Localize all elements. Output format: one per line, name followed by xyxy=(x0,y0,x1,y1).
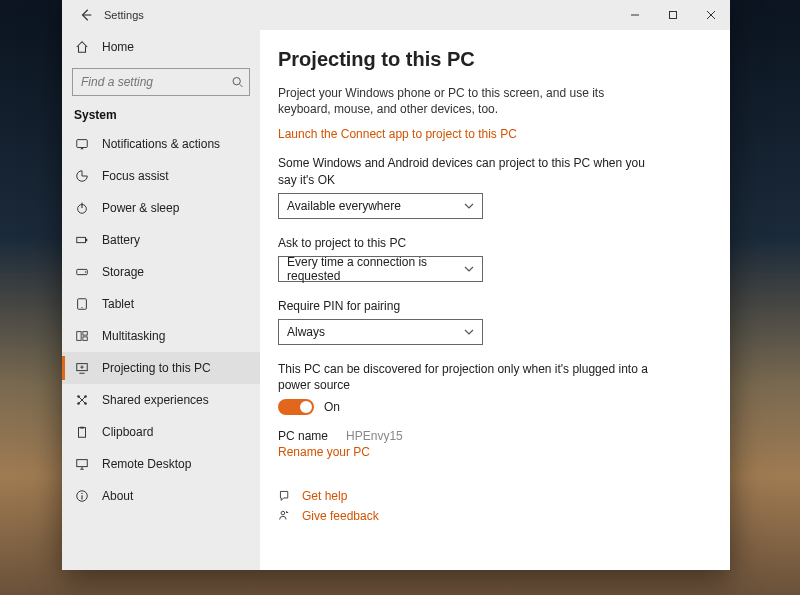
sidebar-item-storage[interactable]: Storage xyxy=(62,256,260,288)
svg-point-9 xyxy=(81,307,82,308)
sidebar-item-label: Multitasking xyxy=(102,329,165,343)
give-feedback-label: Give feedback xyxy=(302,509,379,523)
availability-dropdown[interactable]: Available everywhere xyxy=(278,193,483,219)
svg-rect-20 xyxy=(77,460,88,467)
sidebar-item-focus-assist[interactable]: Focus assist xyxy=(62,160,260,192)
ask-dropdown[interactable]: Every time a connection is requested xyxy=(278,256,483,282)
sidebar-item-label: Power & sleep xyxy=(102,201,179,215)
page-description: Project your Windows phone or PC to this… xyxy=(278,85,658,117)
home-nav[interactable]: Home xyxy=(62,32,260,62)
back-arrow-icon xyxy=(79,8,93,22)
svg-point-23 xyxy=(281,511,285,515)
discover-label: This PC can be discovered for projection… xyxy=(278,361,658,393)
sidebar-item-label: Tablet xyxy=(102,297,134,311)
pin-label: Require PIN for pairing xyxy=(278,298,658,314)
search-wrap xyxy=(72,68,250,96)
clipboard-icon xyxy=(74,425,90,439)
category-header: System xyxy=(62,104,260,128)
discover-toggle[interactable] xyxy=(278,399,314,415)
sidebar-item-projecting[interactable]: Projecting to this PC xyxy=(62,352,260,384)
page-title: Projecting to this PC xyxy=(278,48,706,71)
title-bar: Settings xyxy=(62,0,730,30)
svg-rect-11 xyxy=(83,332,87,336)
help-icon xyxy=(278,489,292,502)
ask-label: Ask to project to this PC xyxy=(278,235,658,251)
search-icon xyxy=(231,76,244,89)
svg-point-1 xyxy=(233,78,240,85)
tablet-icon xyxy=(74,297,90,311)
close-icon xyxy=(706,10,716,20)
battery-icon xyxy=(74,233,90,247)
sidebar-item-label: Remote Desktop xyxy=(102,457,191,471)
power-icon xyxy=(74,201,90,215)
minimize-button[interactable] xyxy=(616,0,654,30)
nav-list: Notifications & actions Focus assist Pow… xyxy=(62,128,260,512)
pin-value: Always xyxy=(287,325,325,339)
sidebar-item-clipboard[interactable]: Clipboard xyxy=(62,416,260,448)
shared-icon xyxy=(74,393,90,407)
sidebar-item-remote-desktop[interactable]: Remote Desktop xyxy=(62,448,260,480)
availability-value: Available everywhere xyxy=(287,199,401,213)
minimize-icon xyxy=(630,10,640,20)
content-area: Projecting to this PC Project your Windo… xyxy=(260,30,730,570)
svg-rect-0 xyxy=(670,12,677,19)
close-button[interactable] xyxy=(692,0,730,30)
svg-point-15 xyxy=(84,395,87,398)
sidebar-item-label: Shared experiences xyxy=(102,393,209,407)
sidebar-item-battery[interactable]: Battery xyxy=(62,224,260,256)
rename-pc-link[interactable]: Rename your PC xyxy=(278,445,370,459)
get-help-link[interactable]: Get help xyxy=(278,489,706,503)
sidebar-item-tablet[interactable]: Tablet xyxy=(62,288,260,320)
chevron-down-icon xyxy=(464,201,474,211)
svg-rect-10 xyxy=(77,332,81,341)
availability-label: Some Windows and Android devices can pro… xyxy=(278,155,658,187)
toggle-knob xyxy=(300,401,312,413)
svg-rect-2 xyxy=(77,140,88,148)
about-icon xyxy=(74,489,90,503)
chevron-down-icon xyxy=(464,327,474,337)
sidebar-item-notifications[interactable]: Notifications & actions xyxy=(62,128,260,160)
projecting-icon xyxy=(74,361,90,375)
maximize-button[interactable] xyxy=(654,0,692,30)
svg-point-17 xyxy=(84,402,87,405)
settings-window: Settings Home xyxy=(62,0,730,570)
pcname-label: PC name xyxy=(278,429,328,443)
svg-rect-12 xyxy=(83,337,87,341)
sidebar-item-label: Battery xyxy=(102,233,140,247)
svg-point-22 xyxy=(81,493,82,494)
discover-state: On xyxy=(324,400,340,414)
storage-icon xyxy=(74,265,90,279)
chevron-down-icon xyxy=(464,264,474,274)
pin-dropdown[interactable]: Always xyxy=(278,319,483,345)
back-button[interactable] xyxy=(72,1,100,29)
sidebar-item-shared-experiences[interactable]: Shared experiences xyxy=(62,384,260,416)
search-input[interactable] xyxy=(72,68,250,96)
svg-rect-18 xyxy=(79,428,86,438)
notifications-icon xyxy=(74,137,90,151)
svg-point-7 xyxy=(85,271,86,272)
sidebar-item-multitasking[interactable]: Multitasking xyxy=(62,320,260,352)
pcname-value: HPEnvy15 xyxy=(346,429,403,443)
svg-point-14 xyxy=(77,395,80,398)
svg-rect-4 xyxy=(77,237,86,242)
launch-connect-link[interactable]: Launch the Connect app to project to thi… xyxy=(278,127,517,141)
sidebar-item-label: Projecting to this PC xyxy=(102,361,211,375)
sidebar-item-label: Clipboard xyxy=(102,425,153,439)
svg-point-16 xyxy=(77,402,80,405)
sidebar-item-label: Notifications & actions xyxy=(102,137,220,151)
sidebar-item-power-sleep[interactable]: Power & sleep xyxy=(62,192,260,224)
focus-assist-icon xyxy=(74,169,90,183)
sidebar-item-label: About xyxy=(102,489,133,503)
home-icon xyxy=(74,40,90,54)
ask-value: Every time a connection is requested xyxy=(287,255,464,283)
sidebar-item-label: Focus assist xyxy=(102,169,169,183)
home-label: Home xyxy=(102,40,134,54)
get-help-label: Get help xyxy=(302,489,347,503)
sidebar-item-about[interactable]: About xyxy=(62,480,260,512)
multitasking-icon xyxy=(74,329,90,343)
remote-desktop-icon xyxy=(74,457,90,471)
svg-rect-5 xyxy=(86,239,87,242)
sidebar-item-label: Storage xyxy=(102,265,144,279)
maximize-icon xyxy=(668,10,678,20)
give-feedback-link[interactable]: Give feedback xyxy=(278,509,706,523)
